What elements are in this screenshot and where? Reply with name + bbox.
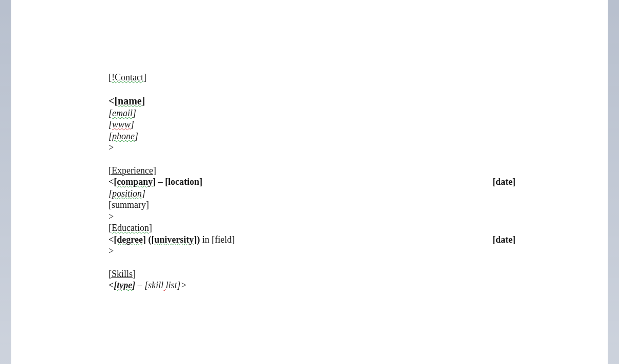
www-placeholder: www (112, 119, 131, 130)
phone-placeholder: phone (112, 131, 135, 141)
paren-close: ) (197, 234, 202, 245)
contact-close[interactable]: > (109, 142, 516, 154)
degree-placeholder: degree (117, 234, 143, 245)
www-line[interactable]: [www] (109, 119, 516, 131)
experience-header-text: [Experience (109, 165, 153, 176)
contact-header-suffix: ] (143, 72, 146, 82)
degree-line[interactable]: [date] <[degree] ([university]) in [fiel… (109, 234, 516, 246)
position-open: [ (109, 188, 112, 199)
document-page[interactable]: [!Contact] <[name] [email] [www] [phone]… (11, 0, 608, 364)
position-line[interactable]: [position] (109, 188, 516, 200)
name-line[interactable]: <[name] (109, 95, 516, 108)
dash: – (156, 177, 165, 187)
experience-close[interactable]: > (109, 211, 516, 223)
skills-header[interactable]: [Skills] (109, 268, 516, 280)
education-date: [date] (493, 234, 516, 246)
paren-open: ( (146, 234, 152, 245)
education-header[interactable]: [Education] (109, 222, 516, 234)
position-close: ] (142, 188, 145, 199)
email-line[interactable]: [email] (109, 108, 516, 119)
dash: – (135, 280, 144, 290)
location-placeholder: [location] (165, 177, 202, 187)
type-placeholder: type (117, 280, 132, 290)
phone-open: [ (109, 131, 112, 141)
skill-word2: list (166, 280, 177, 290)
contact-header-prefix: [!Contact (109, 72, 143, 82)
skills-header-text: [Skills (109, 269, 133, 279)
email-open: [ (109, 108, 112, 118)
www-open: [ (109, 119, 112, 130)
skill-word1: skill (148, 280, 163, 290)
experience-date: [date] (493, 176, 516, 188)
phone-close: ] (135, 131, 138, 141)
position-placeholder: position (112, 188, 142, 199)
company-placeholder: company (117, 177, 153, 187)
summary-line[interactable]: [summary] (109, 199, 516, 211)
open-bracket: < (109, 280, 114, 290)
skill-close: ] (177, 280, 181, 290)
phone-line[interactable]: [phone] (109, 131, 516, 142)
education-header-text: [Education (109, 223, 149, 233)
close-bracket: > (181, 280, 187, 290)
contact-header[interactable]: [!Contact] (109, 72, 516, 83)
university-placeholder: university (154, 234, 194, 245)
open-bracket: < (109, 234, 114, 245)
education-close[interactable]: > (109, 245, 516, 257)
open-bracket: < (109, 177, 114, 187)
email-placeholder: email (112, 108, 133, 118)
www-close: ] (131, 119, 134, 130)
name-placeholder: name (118, 95, 142, 106)
experience-header[interactable]: [Experience] (109, 165, 516, 177)
summary-placeholder: [summary] (109, 200, 149, 210)
name-close: ] (142, 95, 145, 106)
skills-line[interactable]: <[type] – [skill list]> (109, 280, 516, 291)
company-line[interactable]: [date] <[company] – [location] (109, 176, 516, 188)
in-field: in [field] (202, 234, 234, 245)
email-close: ] (133, 108, 136, 118)
open-bracket: < (109, 95, 114, 106)
